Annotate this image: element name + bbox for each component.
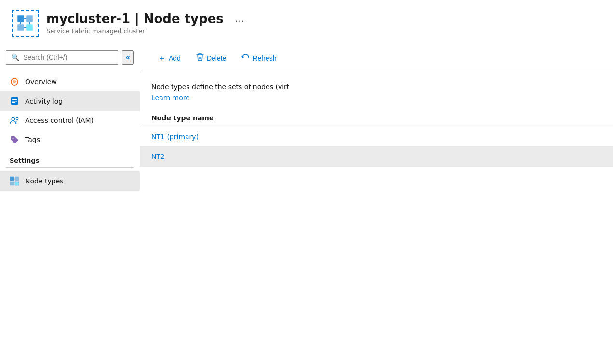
header-text-block: mycluster-1 | Node types Service Fabric … — [46, 12, 224, 35]
svg-rect-12 — [12, 102, 15, 103]
node-types-icon — [10, 176, 19, 186]
svg-rect-19 — [15, 182, 19, 185]
title-separator: | — [134, 12, 144, 26]
sidebar-item-activity-log[interactable]: Activity log — [0, 91, 140, 111]
table-row[interactable]: NT2 — [140, 147, 613, 167]
sidebar-item-overview-label: Overview — [25, 78, 57, 86]
collapse-sidebar-button[interactable]: « — [122, 50, 134, 65]
node-type-table: Node type name NT1 (primary)NT2 — [140, 109, 613, 167]
refresh-button-label: Refresh — [253, 54, 276, 62]
resource-icon — [12, 10, 39, 37]
refresh-button[interactable]: Refresh — [235, 50, 283, 67]
svg-rect-11 — [12, 101, 17, 102]
sidebar: 🔍 « Overview — [0, 44, 140, 364]
svg-rect-18 — [10, 182, 14, 185]
iam-icon — [10, 116, 19, 125]
svg-rect-1 — [26, 15, 33, 22]
svg-rect-10 — [12, 99, 17, 100]
node-type-cell[interactable]: NT2 — [140, 147, 613, 167]
sidebar-item-iam[interactable]: Access control (IAM) — [0, 111, 140, 130]
add-button[interactable]: ＋ Add — [151, 51, 187, 66]
svg-point-15 — [13, 138, 14, 139]
sidebar-item-tags[interactable]: Tags — [0, 130, 140, 149]
table-row[interactable]: NT1 (primary) — [140, 127, 613, 147]
delete-button-label: Delete — [207, 54, 226, 62]
learn-more-link[interactable]: Learn more — [151, 94, 601, 102]
search-input[interactable] — [23, 53, 113, 61]
svg-point-14 — [16, 117, 18, 120]
delete-icon — [196, 53, 204, 63]
settings-section-label: Settings — [0, 149, 140, 167]
add-button-label: Add — [169, 54, 181, 62]
description-area: Node types define the sets of nodes (vir… — [140, 72, 613, 109]
resource-type-subtitle: Service Fabric managed cluster — [46, 27, 224, 35]
sidebar-item-node-types[interactable]: Node types — [0, 171, 140, 191]
delete-button[interactable]: Delete — [189, 49, 233, 67]
svg-rect-2 — [17, 24, 24, 31]
page-header: mycluster-1 | Node types Service Fabric … — [0, 0, 613, 44]
main-area: 🔍 « Overview — [0, 44, 613, 364]
content-panel: ＋ Add Delete — [140, 44, 613, 364]
svg-point-13 — [12, 117, 14, 120]
search-icon: 🔍 — [11, 53, 19, 61]
sidebar-item-node-types-label: Node types — [25, 177, 64, 185]
toolbar: ＋ Add Delete — [140, 44, 613, 72]
svg-rect-17 — [15, 177, 19, 181]
tags-icon — [10, 135, 19, 144]
resource-name: mycluster-1 — [46, 12, 130, 26]
svg-rect-3 — [26, 24, 33, 31]
overview-icon — [10, 77, 19, 87]
sidebar-item-overview[interactable]: Overview — [0, 72, 140, 91]
sidebar-item-activity-log-label: Activity log — [25, 97, 63, 105]
page-title: mycluster-1 | Node types — [46, 12, 224, 26]
svg-rect-0 — [17, 15, 24, 22]
description-text: Node types define the sets of nodes (vir… — [151, 82, 601, 92]
refresh-icon — [241, 53, 250, 63]
node-type-name-header: Node type name — [140, 109, 613, 127]
sidebar-item-iam-label: Access control (IAM) — [25, 117, 93, 124]
sidebar-item-tags-label: Tags — [25, 136, 40, 143]
more-options-button[interactable]: ... — [235, 13, 244, 24]
svg-rect-16 — [10, 177, 14, 181]
node-type-cell[interactable]: NT1 (primary) — [140, 127, 613, 147]
page-section-name: Node types — [144, 12, 224, 26]
activity-log-icon — [10, 96, 19, 106]
search-box[interactable]: 🔍 — [6, 50, 118, 65]
add-icon: ＋ — [158, 54, 166, 62]
search-container: 🔍 « — [0, 50, 140, 72]
